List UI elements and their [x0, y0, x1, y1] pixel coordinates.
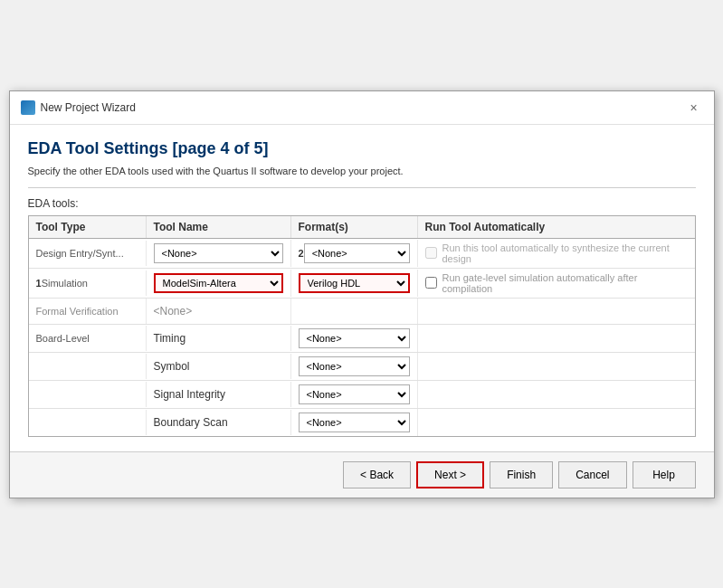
design-entry-run-cell: Run this tool automatically to synthesiz…: [418, 239, 695, 268]
symbol-run-cell: [418, 354, 695, 379]
signal-format-cell: <None>: [291, 381, 418, 408]
signal-tool-cell: Signal Integrity: [147, 382, 291, 407]
timing-format-cell: <None>: [291, 325, 418, 352]
formal-run-cell: [418, 299, 695, 324]
design-entry-tool-select[interactable]: <None> ModelSim-Altera: [154, 243, 283, 263]
symbol-tool-cell: Symbol: [147, 354, 291, 379]
table-header: Tool Type Tool Name Format(s) Run Tool A…: [29, 216, 695, 239]
symbol-format-select[interactable]: <None>: [299, 356, 410, 376]
simulation-format-select[interactable]: Verilog HDL VHDL SystemVerilog: [299, 273, 410, 293]
simulation-format-cell: Verilog HDL VHDL SystemVerilog: [291, 270, 418, 297]
boundary-type-cell: [29, 410, 147, 435]
table-row: 1 Simulation ModelSim-Altera <None> Mode…: [29, 269, 695, 299]
app-icon: [21, 100, 35, 115]
timing-run-cell: [418, 326, 695, 351]
table-row: Boundary Scan <None>: [29, 409, 695, 436]
simulation-run-text: Run gate-level simulation automatically …: [442, 272, 688, 294]
timing-tool-cell: Timing: [147, 326, 291, 351]
signal-type-cell: [29, 382, 147, 407]
symbol-format-wrapper: <None>: [299, 356, 410, 376]
footer: < Back Next > Finish Cancel Help: [10, 451, 714, 498]
design-entry-tool-cell: <None> ModelSim-Altera: [147, 240, 291, 267]
table-row: Board-Level Timing <None>: [29, 325, 695, 353]
back-button[interactable]: < Back: [343, 461, 411, 488]
divider: [28, 187, 696, 188]
simulation-checkbox[interactable]: [425, 277, 437, 289]
formal-verification-type: Formal Verification: [29, 299, 147, 324]
close-button[interactable]: ×: [685, 99, 703, 117]
title-bar-left: New Project Wizard: [21, 100, 136, 115]
design-entry-format-wrapper: <None>: [304, 243, 410, 263]
finish-button[interactable]: Finish: [490, 461, 553, 488]
design-entry-format-cell: 2 <None>: [291, 240, 418, 267]
boundary-format-select[interactable]: <None>: [299, 413, 410, 432]
boundary-run-cell: [418, 410, 695, 435]
col-run-auto: Run Tool Automatically: [418, 216, 695, 238]
next-button[interactable]: Next >: [416, 461, 484, 488]
simulation-tool-wrapper: ModelSim-Altera <None> ModelSim: [154, 273, 283, 293]
window-title: New Project Wizard: [41, 101, 136, 114]
timing-format-select[interactable]: <None>: [299, 328, 410, 348]
table-row: Design Entry/Synt... <None> ModelSim-Alt…: [29, 239, 695, 269]
cancel-button[interactable]: Cancel: [558, 461, 626, 488]
help-button[interactable]: Help: [633, 461, 696, 488]
col-formats: Format(s): [291, 216, 418, 238]
design-entry-format-select[interactable]: <None>: [304, 243, 410, 263]
symbol-format-cell: <None>: [291, 353, 418, 380]
section-label: EDA tools:: [28, 197, 696, 210]
formal-format-cell: [291, 299, 418, 324]
simulation-tool-cell: ModelSim-Altera <None> ModelSim: [147, 270, 291, 297]
dialog-window: New Project Wizard × EDA Tool Settings […: [9, 90, 715, 498]
eda-tools-table: Tool Type Tool Name Format(s) Run Tool A…: [28, 215, 696, 437]
signal-format-wrapper: <None>: [299, 384, 410, 404]
design-entry-type: Design Entry/Synt...: [29, 241, 147, 266]
table-row: Symbol <None>: [29, 353, 695, 381]
design-entry-tool-wrapper: <None> ModelSim-Altera: [154, 243, 283, 263]
table-row: Signal Integrity <None>: [29, 381, 695, 409]
formal-tool-text: <None>: [154, 305, 193, 318]
signal-run-cell: [418, 382, 695, 407]
col-tool-name: Tool Name: [147, 216, 291, 238]
simulation-format-wrapper: Verilog HDL VHDL SystemVerilog: [299, 273, 410, 293]
design-entry-run-text: Run this tool automatically to synthesiz…: [442, 242, 688, 264]
page-title: EDA Tool Settings [page 4 of 5]: [28, 139, 696, 158]
title-bar: New Project Wizard ×: [10, 91, 714, 125]
simulation-run-cell: Run gate-level simulation automatically …: [418, 269, 695, 298]
table-row: Formal Verification <None>: [29, 299, 695, 325]
subtitle: Specify the other EDA tools used with th…: [28, 166, 696, 176]
formal-tool-cell: <None>: [147, 299, 291, 324]
simulation-tool-select[interactable]: ModelSim-Altera <None> ModelSim: [154, 273, 283, 293]
boundary-format-wrapper: <None>: [299, 413, 410, 432]
design-entry-checkbox[interactable]: [425, 247, 437, 259]
boundary-tool-cell: Boundary Scan: [147, 410, 291, 435]
simulation-type: 1 Simulation: [29, 270, 147, 296]
content-area: EDA Tool Settings [page 4 of 5] Specify …: [10, 125, 714, 451]
col-tool-type: Tool Type: [29, 216, 147, 238]
signal-format-select[interactable]: <None>: [299, 384, 410, 404]
board-level-type: Board-Level: [29, 326, 147, 351]
timing-format-wrapper: <None>: [299, 328, 410, 348]
boundary-format-cell: <None>: [291, 409, 418, 436]
symbol-type-cell: [29, 354, 147, 379]
